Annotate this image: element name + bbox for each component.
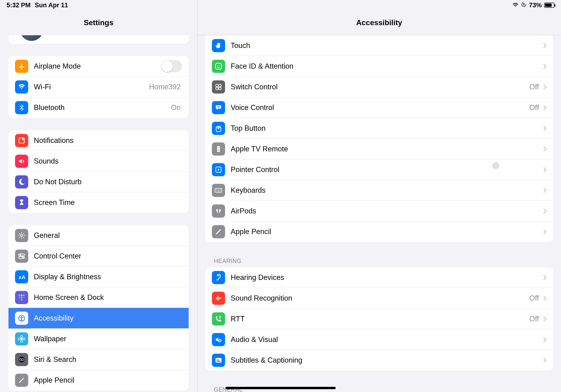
sidebar-item-dnd[interactable]: Do Not Disturb bbox=[9, 172, 189, 192]
sidebar-item-home-dock[interactable]: Home Screen & Dock bbox=[9, 287, 189, 308]
eye-speaker-icon bbox=[212, 333, 225, 346]
notifications-icon bbox=[15, 134, 28, 147]
ear-icon bbox=[212, 271, 225, 284]
sidebar-item-wifi[interactable]: Wi-FiHome392 bbox=[9, 76, 189, 97]
sidebar-item-wallpaper[interactable]: Wallpaper bbox=[9, 328, 189, 349]
chevron-right-icon bbox=[543, 146, 546, 152]
chevron-right-icon bbox=[543, 208, 546, 214]
chevron-right-icon bbox=[543, 105, 546, 110]
chevron-right-icon bbox=[543, 316, 546, 322]
remote-icon bbox=[212, 142, 225, 156]
sidebar-item-label: Display & Brightness bbox=[34, 272, 182, 281]
chevron-right-icon bbox=[543, 126, 546, 131]
detail-item-label: Apple Pencil bbox=[231, 228, 540, 236]
detail-item-label: Top Button bbox=[231, 124, 540, 132]
chevron-right-icon bbox=[543, 64, 546, 69]
status-time: 5:32 PM bbox=[7, 2, 31, 9]
home-indicator[interactable] bbox=[225, 387, 336, 389]
airplane-mode-switch[interactable] bbox=[161, 60, 182, 72]
chevron-right-icon bbox=[543, 337, 546, 342]
svg-rect-33 bbox=[219, 87, 221, 89]
accessibility-icon bbox=[15, 312, 28, 325]
sidebar-item-value: Home392 bbox=[149, 83, 181, 91]
detail-item-audio-visual[interactable]: Audio & Visual bbox=[205, 329, 553, 350]
detail-item-apple-pencil-acc[interactable]: Apple Pencil bbox=[205, 221, 553, 242]
detail-item-label: Hearing Devices bbox=[231, 273, 540, 282]
detail-item-faceid-attention[interactable]: Face ID & Attention bbox=[205, 56, 553, 76]
hand-icon bbox=[212, 39, 225, 52]
detail-item-subtitles[interactable]: Subtitles & Captioning bbox=[205, 350, 553, 370]
pencil-icon bbox=[212, 225, 225, 238]
soundwave-icon bbox=[212, 292, 225, 305]
detail-item-apple-tv-remote[interactable]: Apple TV Remote bbox=[205, 139, 553, 159]
sidebar-item-label: Do Not Disturb bbox=[34, 178, 182, 186]
detail-item-label: Voice Control bbox=[231, 103, 529, 112]
textsize-icon: AA bbox=[15, 270, 28, 283]
sidebar-item-label: Wallpaper bbox=[34, 335, 182, 343]
detail-item-sound-recognition[interactable]: Sound RecognitionOff bbox=[205, 288, 553, 309]
topbutton-icon bbox=[212, 122, 225, 135]
detail-item-label: Keyboards bbox=[231, 186, 540, 195]
svg-rect-14 bbox=[21, 297, 22, 298]
avatar bbox=[20, 35, 43, 41]
svg-rect-30 bbox=[216, 84, 218, 87]
detail-item-value: Off bbox=[529, 103, 539, 112]
chevron-right-icon bbox=[543, 43, 546, 48]
svg-rect-15 bbox=[23, 297, 25, 298]
pointer-icon bbox=[212, 163, 225, 176]
detail-item-voice-control[interactable]: Voice ControlOff bbox=[205, 97, 553, 118]
face-icon bbox=[212, 60, 225, 73]
chevron-right-icon bbox=[543, 295, 546, 301]
sidebar-item-sounds[interactable]: Sounds bbox=[9, 151, 189, 172]
svg-point-22 bbox=[21, 336, 23, 338]
svg-point-20 bbox=[21, 316, 22, 317]
sidebar-item-label: Home Screen & Dock bbox=[34, 293, 182, 302]
sidebar-item-apple-pencil[interactable]: Apple Pencil bbox=[9, 370, 189, 391]
svg-point-39 bbox=[217, 169, 219, 170]
detail-item-pointer-control[interactable]: Pointer Control bbox=[205, 159, 553, 180]
sidebar-item-display-brightness[interactable]: AADisplay & Brightness bbox=[9, 266, 189, 287]
detail-item-label: Switch Control bbox=[231, 83, 529, 91]
sidebar-item-control-center[interactable]: Control Center bbox=[9, 246, 189, 266]
detail-item-switch-control[interactable]: Switch ControlOff bbox=[205, 76, 553, 97]
airpods-icon bbox=[212, 205, 225, 218]
sidebar-item-accessibility[interactable]: Accessibility bbox=[9, 308, 189, 328]
svg-rect-37 bbox=[218, 150, 219, 151]
sidebar-item-airplane-mode[interactable]: Airplane Mode bbox=[9, 56, 189, 76]
detail-item-rtt[interactable]: RTTOff bbox=[205, 309, 553, 329]
status-date: Sun Apr 11 bbox=[35, 2, 68, 9]
svg-rect-12 bbox=[23, 294, 25, 296]
svg-rect-4 bbox=[19, 254, 25, 256]
svg-rect-34 bbox=[217, 146, 220, 152]
profile-row-peek[interactable] bbox=[9, 35, 189, 44]
section-header-hearing: HEARING bbox=[205, 255, 553, 267]
detail-item-value: Off bbox=[529, 315, 539, 323]
svg-rect-13 bbox=[19, 297, 20, 298]
chevron-right-icon bbox=[543, 275, 546, 280]
svg-text:A: A bbox=[19, 275, 21, 280]
detail-item-airpods[interactable]: AirPods bbox=[205, 201, 553, 221]
svg-text:A: A bbox=[22, 274, 25, 280]
detail-item-hearing-devices[interactable]: Hearing Devices bbox=[205, 267, 553, 288]
detail-item-label: Sound Recognition bbox=[231, 294, 529, 303]
sidebar-item-label: Wi-Fi bbox=[34, 83, 149, 91]
detail-item-label: Apple TV Remote bbox=[231, 145, 540, 153]
sidebar-item-siri-search[interactable]: Siri & Search bbox=[9, 349, 189, 370]
sidebar-item-bluetooth[interactable]: BluetoothOn bbox=[9, 97, 189, 118]
detail-item-touch[interactable]: Touch bbox=[205, 35, 553, 56]
svg-rect-40 bbox=[215, 188, 222, 193]
touch-indicator bbox=[492, 162, 499, 169]
chevron-right-icon bbox=[543, 229, 546, 235]
sidebar-item-notifications[interactable]: Notifications bbox=[9, 130, 189, 151]
detail-item-top-button[interactable]: Top Button bbox=[205, 118, 553, 139]
gear-icon bbox=[15, 229, 28, 242]
svg-rect-16 bbox=[19, 299, 20, 301]
detail-item-label: Subtitles & Captioning bbox=[231, 356, 540, 364]
detail-item-keyboards[interactable]: Keyboards bbox=[205, 180, 553, 201]
svg-rect-45 bbox=[216, 359, 219, 360]
sidebar-item-label: Control Center bbox=[34, 252, 182, 260]
svg-point-3 bbox=[21, 234, 23, 237]
sidebar-item-screen-time[interactable]: Screen Time bbox=[9, 192, 189, 213]
sidebar-item-general[interactable]: General bbox=[9, 225, 189, 246]
grid-icon bbox=[15, 291, 28, 304]
